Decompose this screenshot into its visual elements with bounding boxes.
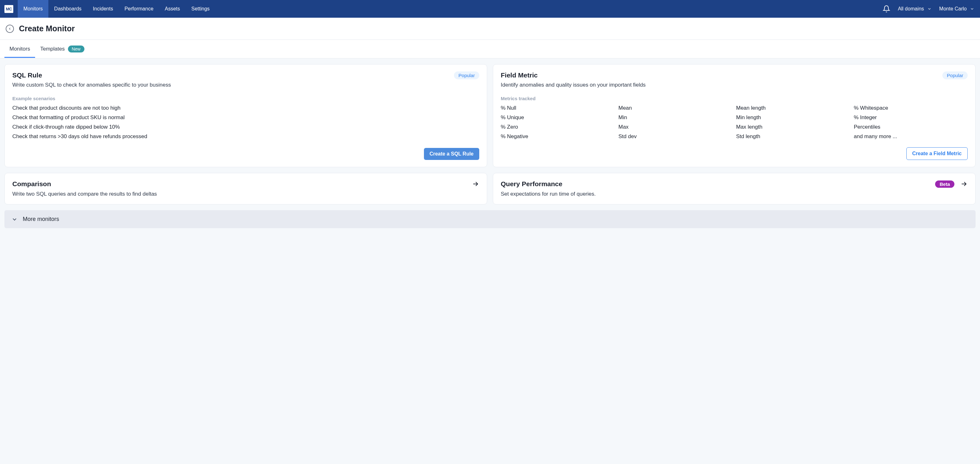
metric-item: Mean: [618, 105, 732, 111]
domains-label: All domains: [898, 6, 924, 12]
card-header: Query Performance Beta: [501, 180, 968, 188]
card-subheading: Metrics tracked: [501, 96, 968, 101]
popular-badge: Popular: [454, 72, 479, 79]
create-sql-rule-button[interactable]: Create a SQL Rule: [424, 148, 479, 160]
account-dropdown[interactable]: Monte Carlo: [939, 4, 974, 14]
metric-item: Std length: [736, 133, 850, 140]
card-description: Set expectations for run time of queries…: [501, 191, 968, 197]
card-subheading: Example scenarios: [12, 96, 479, 101]
arrow-right-icon: [960, 180, 968, 188]
beta-badge: Beta: [935, 181, 955, 188]
metric-item: Min length: [736, 114, 850, 121]
nav-performance[interactable]: Performance: [119, 0, 159, 18]
metric-item: Max: [618, 124, 732, 130]
nav-label: Monitors: [23, 6, 43, 12]
card-title: Field Metric: [501, 72, 538, 79]
logo-text: MC: [5, 5, 13, 13]
metric-item: and many more ...: [854, 133, 968, 140]
new-badge: New: [68, 46, 84, 52]
field-metric-card: Field Metric Popular Identify anomalies …: [493, 64, 975, 167]
card-description: Identify anomalies and quality issues on…: [501, 82, 968, 88]
nav-label: Incidents: [93, 6, 113, 12]
nav-incidents[interactable]: Incidents: [87, 0, 119, 18]
more-monitors-label: More monitors: [23, 216, 59, 222]
card-description: Write two SQL queries and compare the re…: [12, 191, 479, 197]
chevron-down-icon: [970, 6, 974, 11]
domains-dropdown[interactable]: All domains: [898, 4, 932, 14]
more-monitors-toggle[interactable]: More monitors: [5, 210, 975, 228]
nav-assets[interactable]: Assets: [159, 0, 186, 18]
comparison-card[interactable]: Comparison Write two SQL queries and com…: [5, 173, 487, 205]
metric-item: Percentiles: [854, 124, 968, 130]
card-title: SQL Rule: [12, 72, 42, 79]
account-label: Monte Carlo: [939, 6, 967, 12]
metric-item: % Negative: [501, 133, 614, 140]
tab-monitors[interactable]: Monitors: [5, 40, 35, 58]
scenario-item: Check that formatting of product SKU is …: [12, 114, 479, 121]
logo[interactable]: MC: [0, 0, 18, 18]
card-actions: Create a SQL Rule: [12, 148, 479, 160]
metric-item: % Null: [501, 105, 614, 111]
popular-badge: Popular: [942, 72, 968, 79]
metrics-grid: % Null Mean Mean length % Whitespace % U…: [501, 105, 968, 140]
nav-label: Dashboards: [54, 6, 81, 12]
metric-item: % Zero: [501, 124, 614, 130]
card-header: Comparison: [12, 180, 479, 188]
nav-label: Settings: [191, 6, 210, 12]
card-header-right: Beta: [935, 180, 968, 188]
card-row: SQL Rule Popular Write custom SQL to che…: [5, 64, 975, 167]
nav-dashboards[interactable]: Dashboards: [48, 0, 87, 18]
nav-settings[interactable]: Settings: [186, 0, 215, 18]
card-description: Write custom SQL to check for anomalies …: [12, 82, 479, 88]
nav-label: Assets: [165, 6, 180, 12]
create-field-metric-button[interactable]: Create a Field Metric: [906, 147, 968, 160]
card-row: Comparison Write two SQL queries and com…: [5, 173, 975, 205]
tab-label: Monitors: [10, 46, 30, 52]
nav-right: All domains Monte Carlo: [883, 4, 974, 14]
metric-item: Std dev: [618, 133, 732, 140]
content: SQL Rule Popular Write custom SQL to che…: [0, 59, 980, 234]
query-performance-card[interactable]: Query Performance Beta Set expectations …: [493, 173, 975, 205]
bell-icon[interactable]: [883, 5, 890, 13]
nav-left: MC Monitors Dashboards Incidents Perform…: [0, 0, 215, 18]
metric-item: Max length: [736, 124, 850, 130]
card-actions: Create a Field Metric: [501, 147, 968, 160]
page-title: Create Monitor: [19, 24, 75, 33]
tabs-bar: Monitors Templates New: [0, 40, 980, 59]
chevron-down-icon: [927, 6, 932, 11]
chevron-down-icon: [11, 216, 18, 222]
nav-monitors[interactable]: Monitors: [18, 0, 48, 18]
metric-item: % Unique: [501, 114, 614, 121]
scenario-item: Check if click-through rate dipped below…: [12, 124, 479, 130]
card-title: Comparison: [12, 180, 51, 188]
metric-item: Mean length: [736, 105, 850, 111]
back-button[interactable]: [6, 25, 14, 33]
card-header: Field Metric Popular: [501, 72, 968, 79]
scenario-item: Check that returns >30 days old have ref…: [12, 133, 479, 140]
card-title: Query Performance: [501, 180, 562, 188]
tab-templates[interactable]: Templates New: [35, 40, 89, 58]
metric-item: % Integer: [854, 114, 968, 121]
chevron-left-icon: [8, 27, 12, 31]
metric-item: Min: [618, 114, 732, 121]
nav-label: Performance: [124, 6, 154, 12]
metric-item: % Whitespace: [854, 105, 968, 111]
page-header: Create Monitor: [0, 18, 980, 40]
scenario-list: Check that product discounts are not too…: [12, 105, 479, 140]
arrow-right-icon: [472, 180, 479, 188]
card-header: SQL Rule Popular: [12, 72, 479, 79]
top-navigation: MC Monitors Dashboards Incidents Perform…: [0, 0, 980, 18]
scenario-item: Check that product discounts are not too…: [12, 105, 479, 111]
tab-label: Templates: [40, 46, 65, 52]
sql-rule-card: SQL Rule Popular Write custom SQL to che…: [5, 64, 487, 167]
